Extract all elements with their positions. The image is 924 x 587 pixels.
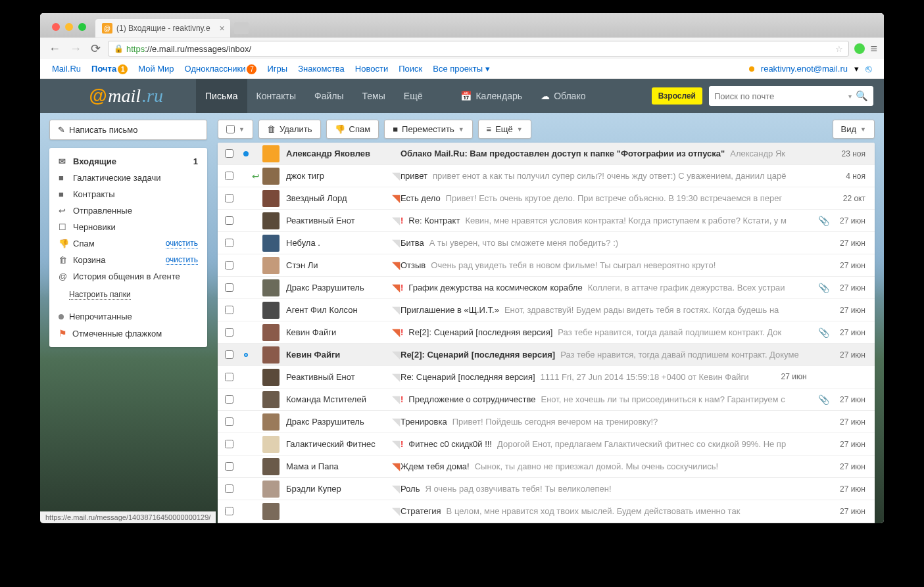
message-row[interactable]: Кевин Файги◥Re[2]: Сценарий [последняя в…: [218, 344, 875, 366]
row-checkbox[interactable]: [218, 194, 240, 202]
folder-item[interactable]: 👎Спамочистить: [49, 235, 207, 252]
bookmark-icon[interactable]: ◥: [391, 259, 401, 271]
search-box[interactable]: ▾ 🔍: [709, 86, 873, 106]
message-row[interactable]: Реактивный Енот◥!Re: КонтрактКевин, мне …: [218, 210, 875, 232]
row-checkbox[interactable]: [218, 261, 240, 270]
filter-unread[interactable]: Непрочитанные: [49, 308, 207, 325]
hnav-files[interactable]: Файлы: [305, 79, 353, 113]
logout-icon[interactable]: ⎋: [865, 63, 872, 75]
row-checkbox[interactable]: [218, 283, 240, 292]
bookmark-icon[interactable]: ◥: [391, 371, 401, 383]
spam-button[interactable]: 👎Спам: [326, 120, 379, 139]
bookmark-icon[interactable]: ◥: [391, 348, 401, 361]
extension-icon[interactable]: [854, 43, 865, 54]
message-row[interactable]: Брэдли Купер◥РольЯ очень рад озвучивать …: [218, 478, 875, 500]
row-checkbox[interactable]: [218, 484, 240, 493]
nav-mymir[interactable]: Мой Мир: [138, 64, 174, 74]
nav-dating[interactable]: Знакомства: [298, 64, 345, 74]
row-checkbox[interactable]: [218, 395, 240, 404]
message-row[interactable]: Звездный Лорд◥Есть делоПривет! Есть очен…: [218, 187, 875, 210]
chrome-menu-icon[interactable]: ≡: [870, 42, 877, 56]
folder-item[interactable]: ■Контракты: [49, 186, 207, 202]
new-tab-button[interactable]: [234, 22, 249, 34]
hnav-more[interactable]: Ещё: [395, 79, 432, 113]
hnav-mail[interactable]: Письма: [196, 79, 247, 113]
folder-item[interactable]: @История общения в Агенте: [49, 268, 207, 285]
hnav-themes[interactable]: Темы: [353, 79, 395, 113]
bookmark-icon[interactable]: ◥: [391, 438, 401, 450]
folder-item[interactable]: 🗑Корзинаочистить: [49, 252, 207, 268]
bookmark-icon[interactable]: ◥: [391, 460, 401, 473]
row-checkbox[interactable]: [218, 373, 240, 381]
folder-clear[interactable]: очистить: [166, 255, 198, 265]
nav-games[interactable]: Игры: [267, 64, 287, 74]
nav-news[interactable]: Новости: [355, 64, 388, 74]
bookmark-icon[interactable]: ◥: [391, 415, 401, 428]
bookmark-icon[interactable]: ◥: [391, 304, 401, 316]
row-checkbox[interactable]: [218, 462, 240, 471]
select-all-checkbox[interactable]: ▼: [218, 120, 253, 139]
message-row[interactable]: Команда Мстителей◥!Предложение о сотрудн…: [218, 388, 875, 411]
bookmark-star-icon[interactable]: ☆: [835, 44, 843, 54]
row-checkbox[interactable]: [218, 239, 240, 247]
adult-banner[interactable]: Взрослей: [652, 87, 702, 105]
row-checkbox[interactable]: [218, 306, 240, 314]
message-row[interactable]: ◥СтратегияВ целом, мне нравится ход твои…: [218, 500, 875, 523]
row-checkbox[interactable]: [218, 507, 240, 515]
message-row[interactable]: Стэн Ли◥ОтзывОчень рад увидеть тебя в но…: [218, 254, 875, 277]
row-checkbox[interactable]: [218, 417, 240, 426]
forward-button[interactable]: →: [68, 42, 84, 56]
bookmark-icon[interactable]: ◥: [391, 393, 401, 406]
move-button[interactable]: ■Переместить▼: [384, 120, 472, 139]
message-row[interactable]: Реактивный Енот◥Re: Сценарий [последняя …: [218, 366, 875, 388]
folder-item[interactable]: ☐Черновики: [49, 219, 207, 235]
nav-projects[interactable]: Все проекты ▾: [433, 64, 490, 74]
nav-ok[interactable]: Одноклассники7: [185, 64, 257, 74]
view-button[interactable]: Вид▼: [833, 120, 875, 139]
row-checkbox[interactable]: [218, 350, 240, 359]
reload-button[interactable]: ⟳: [89, 41, 103, 56]
back-button[interactable]: ←: [47, 42, 62, 56]
filter-flagged[interactable]: ⚑Отмеченные флажком: [49, 325, 207, 342]
close-window[interactable]: [52, 23, 60, 31]
close-tab-icon[interactable]: ×: [220, 23, 225, 34]
row-checkbox[interactable]: [218, 216, 240, 225]
bookmark-icon[interactable]: ◥: [391, 192, 401, 204]
minimize-window[interactable]: [65, 23, 73, 31]
folder-item[interactable]: ↩Отправленные: [49, 202, 207, 219]
user-email[interactable]: reaktivny.enot@mail.ru: [761, 64, 848, 74]
folder-item[interactable]: ■Галактические задачи: [49, 170, 207, 186]
message-row[interactable]: Галактический Фитнес◥!Фитнес с0 скидк0й …: [218, 433, 875, 456]
nav-mail[interactable]: Почта1: [91, 64, 128, 74]
more-button[interactable]: ≡Ещё▼: [478, 120, 531, 139]
hnav-contacts[interactable]: Контакты: [247, 79, 305, 113]
row-checkbox[interactable]: [218, 172, 240, 180]
message-row[interactable]: ↩джок тигр◥приветпривет енот а как ты по…: [218, 165, 875, 187]
url-field[interactable]: 🔒 https://e.mail.ru/messages/inbox/ ☆: [108, 41, 849, 57]
compose-button[interactable]: ✎Написать письмо: [49, 120, 207, 140]
row-checkbox[interactable]: [218, 440, 240, 448]
browser-tab[interactable]: @ (1) Входящие - reaktivny.e ×: [95, 19, 230, 37]
message-row[interactable]: Кевин Файги◥!Re[2]: Сценарий [последняя …: [218, 321, 875, 344]
delete-button[interactable]: 🗑Удалить: [258, 120, 321, 139]
row-checkbox[interactable]: [218, 149, 240, 158]
hnav-calendar[interactable]: 📅Календарь: [451, 79, 531, 113]
logo[interactable]: @mail.ru: [89, 85, 163, 106]
bookmark-icon[interactable]: ◥: [391, 214, 401, 227]
message-row[interactable]: Небула .◥БитваА ты уверен, что вы сможет…: [218, 232, 875, 254]
bookmark-icon[interactable]: ◥: [391, 237, 401, 249]
hnav-cloud[interactable]: ☁Облако: [531, 79, 595, 113]
configure-folders[interactable]: Настроить папки: [49, 285, 207, 302]
nav-search[interactable]: Поиск: [399, 64, 422, 74]
bookmark-icon[interactable]: ◥: [391, 505, 401, 517]
nav-mailru[interactable]: Mail.Ru: [52, 64, 81, 74]
search-icon[interactable]: 🔍: [856, 90, 868, 102]
message-row[interactable]: Александр ЯковлевОблако Mail.Ru: Вам пре…: [218, 143, 875, 165]
message-row[interactable]: Мама и Папа◥Ждем тебя дома!Сынок, ты дав…: [218, 456, 875, 478]
maximize-window[interactable]: [78, 23, 86, 31]
bookmark-icon[interactable]: ◥: [391, 281, 401, 294]
message-row[interactable]: Агент Фил Колсон◥Приглашение в «Щ.И.Т.»Е…: [218, 299, 875, 321]
bookmark-icon[interactable]: ◥: [391, 170, 401, 182]
folder-clear[interactable]: очистить: [166, 239, 198, 248]
search-input[interactable]: [714, 91, 844, 101]
